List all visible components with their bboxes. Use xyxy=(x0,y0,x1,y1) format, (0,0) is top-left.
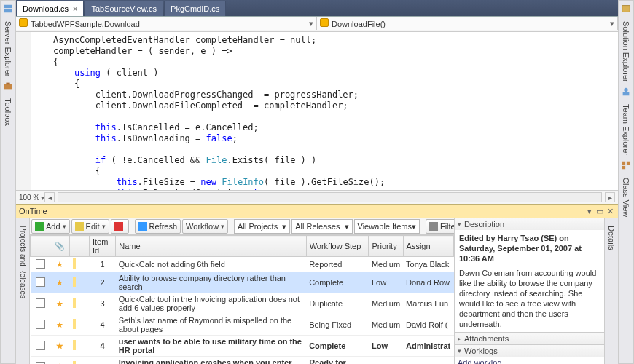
row-checkbox[interactable] xyxy=(36,259,45,269)
ontime-panel-header[interactable]: OnTime ▾ ▭ ✕ xyxy=(16,204,618,218)
details-tab[interactable]: Details xyxy=(606,221,617,255)
right-toolwindows: Solution Explorer Team Explorer Class Vi… xyxy=(618,0,634,364)
code-nav-bar: TabbedWPFSample.Download DownloadFile() xyxy=(16,17,618,32)
svg-rect-7 xyxy=(622,161,625,164)
row-checkbox[interactable] xyxy=(36,320,45,329)
row-checkbox[interactable] xyxy=(36,298,45,308)
code-tab[interactable]: TabSourceView.cs xyxy=(85,1,163,16)
filter-button[interactable]: Filter xyxy=(426,219,454,234)
description-body: Dawn Coleman from accounting would like … xyxy=(459,268,600,329)
member-selector[interactable]: DownloadFile() xyxy=(317,17,618,30)
refresh-icon xyxy=(138,222,147,231)
code-editor[interactable]: AsyncCompletedEventHandler completeHandl… xyxy=(16,32,618,190)
server-explorer-icon xyxy=(3,4,13,14)
class-icon xyxy=(19,18,28,27)
table-row[interactable]: ★4user wants to be able to use military … xyxy=(31,336,454,357)
ontime-right-tabs: Details xyxy=(604,218,618,364)
chevron-down-icon xyxy=(610,19,614,28)
svg-rect-8 xyxy=(627,161,630,164)
refresh-button[interactable]: Refresh xyxy=(135,219,181,234)
editor-status-bar: 100 % ◂ ▸ xyxy=(16,190,618,204)
description-section-header[interactable]: ▾Description xyxy=(455,218,604,230)
zoom-level[interactable]: 100 % xyxy=(19,194,39,202)
ontime-left-tabs: Projects and Releases xyxy=(16,218,30,364)
table-row[interactable]: ★4Seth's last name of Raymond is mispell… xyxy=(31,314,454,336)
workflow-button[interactable]: Workflow xyxy=(182,219,228,234)
plus-icon xyxy=(35,222,44,231)
toolbox-icon xyxy=(3,81,13,91)
delete-icon xyxy=(114,222,123,231)
svg-rect-4 xyxy=(622,6,630,12)
code-tab[interactable]: PkgCmdID.cs xyxy=(164,1,226,16)
row-checkbox[interactable] xyxy=(36,277,45,287)
description-byline: Edited by Harry Tsao (SE) on Saturday, S… xyxy=(459,233,600,264)
grid-header[interactable]: Assign xyxy=(403,236,453,257)
row-checkbox[interactable] xyxy=(36,341,45,350)
dropdown-button[interactable]: ▾ xyxy=(584,207,595,216)
releases-dropdown[interactable]: All Releases xyxy=(291,219,352,234)
collapse-gutter[interactable] xyxy=(16,32,31,190)
table-row[interactable]: ★2Ability to browse company directory ra… xyxy=(31,272,454,293)
status-flag xyxy=(73,277,76,287)
grid-header[interactable] xyxy=(31,236,50,257)
method-icon xyxy=(320,18,329,27)
grid-header[interactable] xyxy=(70,236,90,257)
viewable-dropdown[interactable]: Viewable Items xyxy=(354,219,420,234)
svg-rect-6 xyxy=(623,92,630,95)
projects-dropdown[interactable]: All Projects xyxy=(234,219,290,234)
chevron-down-icon xyxy=(309,19,313,28)
projects-releases-tab[interactable]: Projects and Releases xyxy=(17,221,28,303)
close-button[interactable]: ✕ xyxy=(605,207,615,216)
team-explorer-tab[interactable]: Team Explorer xyxy=(620,100,632,160)
worklogs-section-header[interactable]: ▾Worklogs xyxy=(455,345,604,357)
grid-header[interactable]: Item Id xyxy=(90,236,116,257)
class-view-tab[interactable]: Class View xyxy=(620,173,632,221)
left-toolwindows: Server Explorer Toolbox xyxy=(0,0,16,364)
server-explorer-tab[interactable]: Server Explorer xyxy=(2,17,14,81)
star-icon: ★ xyxy=(56,278,63,287)
status-flag xyxy=(73,340,76,350)
grid-header[interactable]: 📎 xyxy=(50,236,70,257)
solution-explorer-tab[interactable]: Solution Explorer xyxy=(620,17,632,87)
code-tab[interactable]: Download.cs× xyxy=(16,1,84,16)
toolbox-tab[interactable]: Toolbox xyxy=(2,94,14,130)
status-flag xyxy=(73,319,76,329)
grid-header[interactable]: Workflow Step xyxy=(306,236,369,257)
grid-header[interactable]: Name xyxy=(116,236,306,257)
pin-button[interactable]: ▭ xyxy=(595,207,605,216)
horizontal-scrollbar[interactable] xyxy=(58,192,602,202)
pencil-icon xyxy=(75,222,84,231)
table-row[interactable]: ★1QuickCalc not adding 6th fieldReported… xyxy=(31,257,454,272)
close-tab-icon[interactable]: × xyxy=(73,4,77,13)
ontime-toolbar: Add Edit Refresh Workflow All Projects A… xyxy=(30,218,454,235)
ontime-details-pane: ▾Description Edited by Harry Tsao (SE) o… xyxy=(454,218,604,364)
star-icon: ★ xyxy=(56,320,63,329)
document-tabs: Download.cs×TabSourceView.csPkgCmdID.cs xyxy=(16,0,618,17)
status-flag xyxy=(73,258,76,269)
svg-point-5 xyxy=(624,88,627,92)
team-explorer-icon xyxy=(621,87,631,97)
svg-rect-3 xyxy=(6,83,9,85)
scroll-right-button[interactable]: ▸ xyxy=(605,192,615,202)
type-selector[interactable]: TabbedWPFSample.Download xyxy=(16,17,317,30)
grid-header[interactable]: Priority xyxy=(369,236,403,257)
class-view-icon xyxy=(621,160,631,170)
ontime-grid[interactable]: 📎Item IdNameWorkflow StepPriorityAssign★… xyxy=(30,235,454,364)
table-row[interactable]: ★3QuickCalc tool in the Invoicing applic… xyxy=(31,293,454,314)
scroll-left-button[interactable]: ◂ xyxy=(44,192,55,202)
star-icon: ★ xyxy=(56,341,63,350)
delete-button[interactable] xyxy=(111,219,129,234)
ontime-title: OnTime xyxy=(19,207,47,215)
add-button[interactable]: Add xyxy=(31,219,70,234)
svg-rect-0 xyxy=(4,5,12,8)
status-flag xyxy=(73,361,76,364)
filter-icon xyxy=(429,222,438,231)
edit-button[interactable]: Edit xyxy=(71,219,109,234)
svg-rect-2 xyxy=(4,84,12,90)
status-flag xyxy=(73,298,76,308)
solution-explorer-icon xyxy=(621,4,631,14)
table-row[interactable]: ★5Invoicing application crashes when you… xyxy=(31,357,454,365)
row-checkbox[interactable] xyxy=(36,362,45,365)
attachments-section-header[interactable]: ▸Attachments xyxy=(455,333,604,344)
add-worklog-link[interactable]: Add worklog xyxy=(455,357,604,364)
